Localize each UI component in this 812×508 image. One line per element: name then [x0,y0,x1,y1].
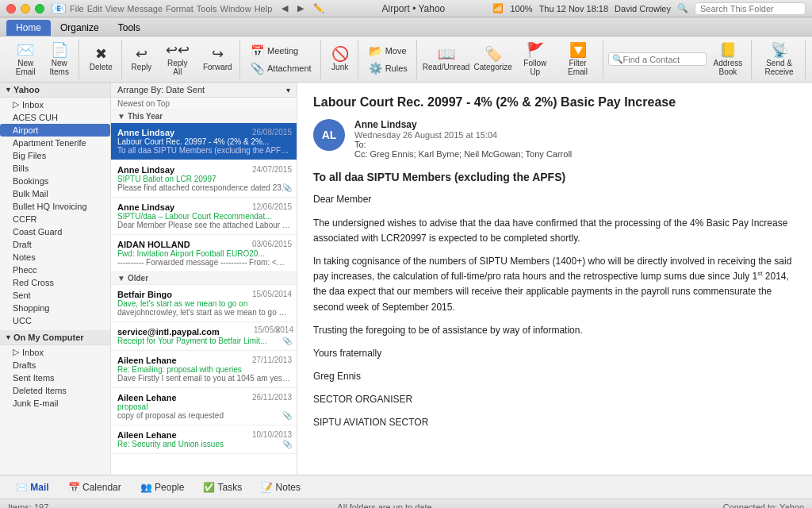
tab-organize[interactable]: Organize [51,20,109,36]
tools-menu[interactable]: Tools [197,4,217,13]
sidebar-item-inbox-yahoo[interactable]: ▷ Inbox [0,98,110,111]
sidebar-item-shopping[interactable]: Shopping [0,302,110,314]
arrange-by-label[interactable]: Arrange By: Date Sent [117,85,205,94]
sidebar-item-notes-yahoo[interactable]: Notes [0,251,110,264]
tasks-nav-icon: ✅ [203,482,215,493]
email-item-1[interactable]: Anne Lindsay 26/08/2015 Labour Court Rec… [111,123,297,160]
sidebar-item-sent-local[interactable]: Sent Items [0,371,110,384]
email-item-3[interactable]: Anne Lindsay 12/06/2015 SIPTU/daa – Labo… [111,198,297,235]
email-sender: Betfair Bingo [117,290,172,299]
forward-button[interactable]: ↪ Forward [199,44,236,74]
nav-notes[interactable]: 📝 Notes [251,479,310,496]
edit-menu[interactable]: Edit [87,4,102,13]
sidebar-item-redcross[interactable]: Red Cross [0,276,110,289]
sidebar-item-bullet[interactable]: Bullet HQ Invoicing [0,200,110,213]
notes-nav-icon: 📝 [261,482,273,493]
sidebar-yahoo-header[interactable]: ▼ Yahoo [0,83,110,98]
categorize-button[interactable]: 🏷️ Categorize [472,44,514,74]
reply-button[interactable]: ↩ Reply [127,44,156,74]
sidebar-item-sent-yahoo[interactable]: Sent [0,289,110,302]
sidebar-item-aces[interactable]: ACES CUH [0,111,110,124]
email-item-6[interactable]: service@intl.paypal.com ✕ 15/05/2014 Rec… [111,322,297,351]
search-icon[interactable]: 🔍 [677,3,688,13]
nav-people[interactable]: 👥 People [131,479,194,496]
sidebar-item-draft[interactable]: Draft [0,238,110,251]
email-date: 10/10/2013 [252,430,292,439]
email-body: To all daa SIPTU Members (excluding the … [313,168,796,431]
new-email-button[interactable]: ✉️ New Email [10,40,42,79]
sidebar-item-label: Red Cross [13,278,54,287]
email-item-5[interactable]: Betfair Bingo 15/05/2014 Dave, let's sta… [111,285,297,322]
format-menu[interactable]: Format [166,4,193,13]
sidebar-item-junk-local[interactable]: Junk E-mail [0,397,110,410]
close-button[interactable] [6,4,16,13]
search-input[interactable] [695,2,806,15]
email-item-2[interactable]: Anne Lindsay 24/07/2015 SIPTU Ballot on … [111,160,297,198]
tab-tools[interactable]: Tools [109,20,150,36]
sidebar-item-ccfr[interactable]: CCFR [0,213,110,225]
meeting-button[interactable]: 📅 Meeting [245,43,317,59]
sidebar-item-label: Bills [13,164,29,173]
attachment-button[interactable]: 📎 Attachment [245,60,317,76]
email-date: 15/05/2014 [254,325,293,334]
email-signature-sector: SIPTU AVIATION SECTOR [313,415,796,430]
contact-search-input[interactable] [623,55,703,64]
minimize-button[interactable] [21,4,30,13]
sidebar-item-bigfiles[interactable]: Big Files [0,149,110,162]
email-sender: Anne Lindsay [117,202,174,212]
sidebar-computer-header[interactable]: ▼ On My Computer [0,330,110,345]
forward-button[interactable]: ▶ [294,2,307,14]
sidebar-item-coastguard[interactable]: Coast Guard [0,225,110,238]
attachment-icon: 📎 [251,63,264,74]
email-meta-date: Wednesday 26 August 2015 at 15:04 [354,130,796,140]
sidebar-item-drafts-local[interactable]: Drafts [0,359,110,371]
email-date: 03/06/2015 [252,240,292,248]
window-menu[interactable]: Window [220,4,251,13]
nav-mail[interactable]: ✉️ Mail [6,479,59,496]
chevron-icon: ▼ [5,333,12,341]
reply-all-button[interactable]: ↩↩ Reply All [158,40,197,79]
email-item-9[interactable]: Aileen Lehane 10/10/2013 Re: Security an… [111,425,297,454]
email-item-7[interactable]: Aileen Lehane 27/11/2013 Re: Emailing: p… [111,351,297,388]
address-book-button[interactable]: 📒 Address Book [708,40,749,79]
email-subject: Re: Emailing: proposal with queries [117,365,290,374]
email-item-8[interactable]: Aileen Lehane 26/11/2013 proposal copy o… [111,388,297,425]
nav-calendar[interactable]: 📅 Calendar [59,479,131,496]
sidebar-item-airport[interactable]: Airport [0,124,110,137]
tab-home[interactable]: Home [6,20,51,36]
nav-tasks[interactable]: ✅ Tasks [193,479,251,496]
file-menu[interactable]: File [70,4,84,13]
sidebar-item-label: Notes [13,252,36,262]
nav-mail-label: Mail [30,482,48,493]
sidebar-item-apartment[interactable]: Apartment Tenerife [0,137,110,149]
email-preview: copy of proposal as requested [117,411,290,420]
nav-arrows: ◀ ▶ ✏️ [278,2,327,14]
send-receive-button[interactable]: 📡 Send & Receive [756,40,802,79]
message-menu[interactable]: Message [127,4,163,13]
sidebar-item-bills[interactable]: Bills [0,162,110,175]
sidebar-item-label: Phecc [13,265,37,275]
sidebar-item-inbox-local[interactable]: ▷ Inbox [0,345,110,359]
help-menu[interactable]: Help [255,4,273,13]
email-item-4[interactable]: AIDAN HOLLAND 03/06/2015 Fwd: Invitation… [111,235,297,272]
sidebar-item-bulkmail[interactable]: Bulk Mail [0,187,110,200]
read-unread-button[interactable]: 📖 Read/Unread [422,44,471,74]
rules-button[interactable]: ⚙️ Rules [363,60,413,76]
delete-button[interactable]: ✖ Delete [84,44,118,74]
email-sender: Aileen Lehane [117,430,177,440]
follow-up-button[interactable]: 🚩 Follow Up [515,40,555,79]
view-menu[interactable]: View [105,4,124,13]
move-button[interactable]: 📂 Move [363,43,413,59]
sort-order-label[interactable]: Newest on Top [117,99,170,108]
new-items-button[interactable]: 📄 New Items [44,40,75,79]
compose-button[interactable]: ✏️ [310,2,327,14]
sidebar-item-ucc[interactable]: UCC [0,314,110,327]
filter-email-button[interactable]: 🔽 Filter Email [557,40,599,79]
sidebar-item-bookings[interactable]: Bookings [0,175,110,187]
back-button[interactable]: ◀ [278,2,291,14]
sidebar-item-phecc[interactable]: Phecc [0,264,110,276]
sidebar-item-deleted-local[interactable]: Deleted Items [0,384,110,397]
titlebar-right: 📶 100% Thu 12 Nov 18:18 David Crowley 🔍 [492,2,806,15]
maximize-button[interactable] [35,4,44,13]
junk-button[interactable]: 🚫 Junk [326,44,354,74]
